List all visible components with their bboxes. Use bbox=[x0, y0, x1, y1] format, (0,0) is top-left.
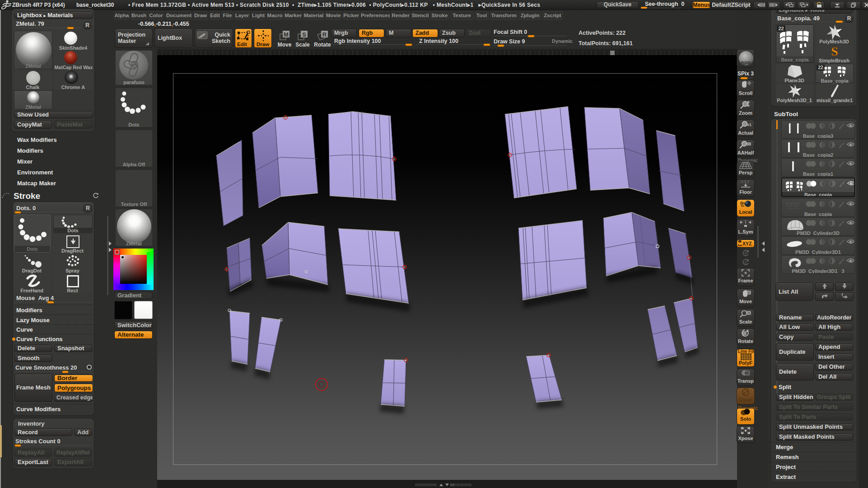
svg-text:Y: Y bbox=[744, 251, 747, 256]
svg-text:Z: Z bbox=[744, 261, 747, 265]
svg-text:R: R bbox=[322, 31, 327, 38]
svg-text:x1: x1 bbox=[747, 122, 751, 127]
svg-text:M: M bbox=[284, 31, 289, 38]
svg-text:X Y Z: X Y Z bbox=[741, 180, 749, 183]
svg-text:XYZ: XYZ bbox=[742, 241, 752, 246]
svg-text:S: S bbox=[302, 31, 306, 38]
svg-text:S: S bbox=[831, 45, 838, 58]
